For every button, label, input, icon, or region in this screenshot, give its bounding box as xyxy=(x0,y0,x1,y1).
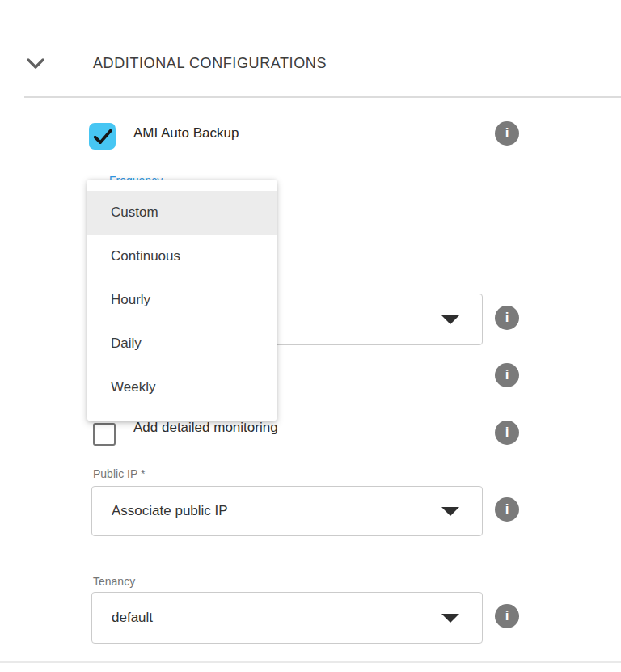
detailed-monitoring-info-icon[interactable]: i xyxy=(495,421,519,445)
frequency-dropdown-menu: Custom Continuous Hourly Daily Weekly xyxy=(87,180,277,421)
hidden-row-info-icon[interactable]: i xyxy=(495,363,519,387)
info-glyph: i xyxy=(505,310,509,326)
info-glyph: i xyxy=(505,125,509,142)
tenancy-info-icon[interactable]: i xyxy=(495,604,519,628)
menu-item-continuous[interactable]: Continuous xyxy=(87,235,277,278)
header-divider xyxy=(24,96,621,98)
tenancy-field-label: Tenancy xyxy=(93,575,135,588)
info-glyph: i xyxy=(505,501,509,518)
menu-item-daily[interactable]: Daily xyxy=(87,322,277,366)
tenancy-selected-value: default xyxy=(112,610,153,626)
detailed-monitoring-label: Add detailed monitoring xyxy=(133,420,278,436)
bottom-divider xyxy=(0,661,621,663)
info-glyph: i xyxy=(505,608,509,624)
info-glyph: i xyxy=(505,425,509,441)
menu-item-custom[interactable]: Custom xyxy=(87,191,277,235)
tenancy-select[interactable]: default xyxy=(91,592,483,644)
chevron-down-icon[interactable] xyxy=(26,57,45,71)
public-ip-field-label: Public IP * xyxy=(93,467,145,480)
select-arrow-icon xyxy=(441,315,459,324)
frequency-info-icon[interactable]: i xyxy=(495,306,519,330)
public-ip-info-icon[interactable]: i xyxy=(495,497,519,522)
section-header[interactable]: ADDITIONAL CONFIGURATIONS xyxy=(0,50,621,79)
menu-item-weekly[interactable]: Weekly xyxy=(87,366,277,409)
menu-item-hourly[interactable]: Hourly xyxy=(87,278,277,322)
ami-auto-backup-label: AMI Auto Backup xyxy=(133,125,239,142)
checkmark-icon xyxy=(91,125,115,149)
public-ip-selected-value: Associate public IP xyxy=(112,503,228,519)
section-title: ADDITIONAL CONFIGURATIONS xyxy=(93,55,327,72)
detailed-monitoring-checkbox[interactable] xyxy=(93,423,116,446)
public-ip-select[interactable]: Associate public IP xyxy=(91,486,483,536)
ami-auto-backup-checkbox[interactable] xyxy=(89,123,116,150)
select-arrow-icon xyxy=(441,614,459,623)
info-glyph: i xyxy=(505,367,509,383)
ami-auto-backup-info-icon[interactable]: i xyxy=(495,121,519,146)
select-arrow-icon xyxy=(441,507,459,516)
additional-configurations-panel: ADDITIONAL CONFIGURATIONS AMI Auto Backu… xyxy=(0,0,621,672)
